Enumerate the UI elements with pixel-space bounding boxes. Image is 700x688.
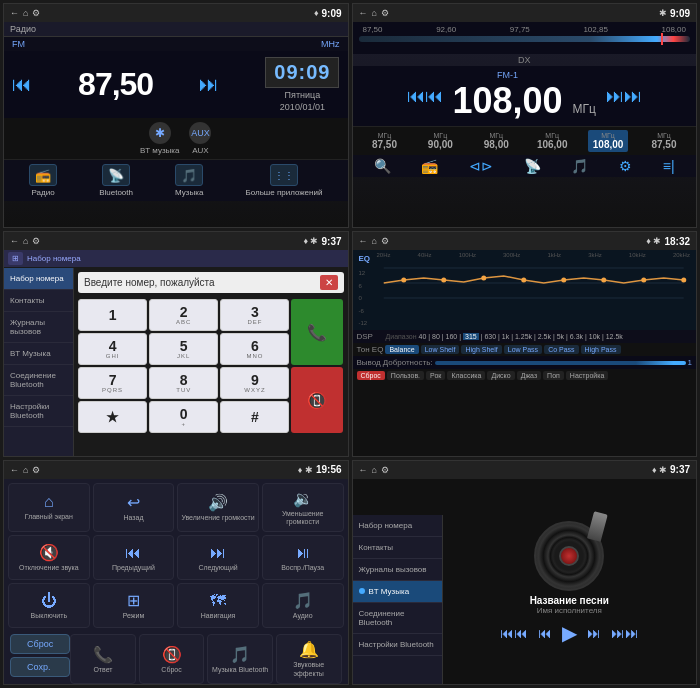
key-7[interactable]: 7 PQRS (78, 367, 147, 399)
fm-ctrl-icon2[interactable]: ⊲⊳ (469, 158, 493, 174)
nav-radio[interactable]: 📻 Радио (29, 164, 57, 197)
preset-user[interactable]: Пользов. (387, 371, 424, 380)
fm-next[interactable]: ⏭⏭ (606, 86, 642, 107)
freq-slider[interactable] (359, 36, 691, 42)
end-call-button[interactable]: 📵 (291, 367, 343, 433)
steering-play-pause[interactable]: ⏯ Воспр./Пауза (262, 535, 344, 580)
home-icon-3[interactable]: ⌂ (23, 236, 28, 246)
preset-3[interactable]: МГц 98,00 (476, 130, 516, 152)
preset-jazz[interactable]: Джаз (517, 371, 541, 380)
back-icon-2[interactable]: ← (359, 8, 368, 18)
home-icon[interactable]: ⌂ (23, 8, 28, 18)
back-icon-5[interactable]: ← (10, 465, 19, 475)
menu-item-bt-settings[interactable]: Настройки Bluetooth (4, 396, 73, 427)
bt-music-item[interactable]: ✱ BT музыка (140, 122, 179, 155)
music-menu-bt-settings[interactable]: Настройки Bluetooth (353, 634, 442, 656)
steering-back[interactable]: ↩ Назад (93, 483, 175, 533)
settings-icon[interactable]: ⚙ (32, 8, 40, 18)
music-prev-prev[interactable]: ⏮⏮ (500, 625, 528, 641)
aux-item[interactable]: AUX AUX (189, 122, 211, 155)
nav-more-apps[interactable]: ⋮⋮ Больше приложений (245, 164, 322, 197)
low-pass-btn[interactable]: Low Pass (504, 345, 542, 354)
settings-icon-6[interactable]: ⚙ (381, 465, 389, 475)
music-menu-bt-connect[interactable]: Соединение Bluetooth (353, 603, 442, 634)
fm-ctrl-icon6[interactable]: ≡| (663, 158, 675, 174)
music-menu-dialer[interactable]: Набор номера (353, 515, 442, 537)
fm-ctrl-icon4[interactable]: 🎵 (571, 158, 588, 174)
music-play[interactable]: ▶ (562, 621, 577, 645)
steering-vol-up[interactable]: 🔊 Увеличение громкости (177, 483, 259, 533)
steering-prev[interactable]: ⏮ Предыдущий (93, 535, 175, 580)
fm-ctrl-icon3[interactable]: 📡 (524, 158, 541, 174)
phone-input-placeholder[interactable]: Введите номер, пожалуйста (84, 277, 320, 288)
key-8[interactable]: 8 TUV (149, 367, 218, 399)
music-next-next[interactable]: ⏭⏭ (611, 625, 639, 641)
preset-disco[interactable]: Диско (487, 371, 514, 380)
back-icon[interactable]: ← (10, 8, 19, 18)
settings-icon-5[interactable]: ⚙ (32, 465, 40, 475)
fm-ctrl-icon5[interactable]: ⚙ (619, 158, 632, 174)
settings-icon-2[interactable]: ⚙ (381, 8, 389, 18)
search-icon[interactable]: 🔍 (374, 158, 391, 174)
back-icon-6[interactable]: ← (359, 465, 368, 475)
steering-sound-fx[interactable]: 🔔 Звуковые эффекты (276, 634, 342, 684)
back-icon-4[interactable]: ← (359, 236, 368, 246)
steering-mute[interactable]: 🔇 Отключение звука (8, 535, 90, 580)
reset-btn[interactable]: Сброс (357, 371, 385, 380)
backspace-button[interactable]: ✕ (320, 275, 338, 290)
key-hash[interactable]: # (220, 401, 289, 433)
settings-icon-4[interactable]: ⚙ (381, 236, 389, 246)
music-menu-contacts[interactable]: Контакты (353, 537, 442, 559)
balance-btn[interactable]: Balance (385, 345, 418, 354)
save-button[interactable]: Сохр. (10, 657, 70, 677)
preset-settings[interactable]: Настройка (566, 371, 608, 380)
preset-5[interactable]: МГц 108,00 (588, 130, 628, 152)
high-shelf-btn[interactable]: High Shelf (461, 345, 501, 354)
call-button[interactable]: 📞 (291, 299, 343, 365)
key-star[interactable]: ★ (78, 401, 147, 433)
high-pass-btn[interactable]: High Pass (581, 345, 621, 354)
menu-item-bt-connect[interactable]: Соединение Bluetooth (4, 365, 73, 396)
steering-bt-music[interactable]: 🎵 Музыка Bluetooth (207, 634, 273, 684)
preset-4[interactable]: МГц 106,00 (532, 130, 572, 152)
home-icon-6[interactable]: ⌂ (372, 465, 377, 475)
music-menu-call-log[interactable]: Журналы вызовов (353, 559, 442, 581)
next-button[interactable]: ⏭ (199, 73, 219, 96)
preset-6[interactable]: МГц 87,50 (644, 130, 684, 152)
fm-prev[interactable]: ⏮⏮ (407, 86, 443, 107)
output-slider[interactable] (435, 361, 686, 365)
key-0[interactable]: 0 + (149, 401, 218, 433)
settings-icon-3[interactable]: ⚙ (32, 236, 40, 246)
menu-item-bt-music[interactable]: BT Музыка (4, 343, 73, 365)
home-icon-2[interactable]: ⌂ (372, 8, 377, 18)
menu-item-call-log[interactable]: Журналы вызовов (4, 312, 73, 343)
steering-next[interactable]: ⏭ Следующий (177, 535, 259, 580)
preset-rock[interactable]: Рок (426, 371, 445, 380)
prev-button[interactable]: ⏮ (12, 73, 32, 96)
music-menu-bt-music[interactable]: BT Музыка (353, 581, 442, 603)
preset-2[interactable]: МГц 90,00 (420, 130, 460, 152)
preset-pop[interactable]: Поп (543, 371, 564, 380)
menu-item-contacts[interactable]: Контакты (4, 290, 73, 312)
music-next[interactable]: ⏭ (587, 625, 601, 641)
key-6[interactable]: 6 MNO (220, 333, 289, 365)
steering-mode[interactable]: ⊞ Режим (93, 583, 175, 628)
steering-end-call[interactable]: 📵 Сброс (139, 634, 205, 684)
low-shelf-btn[interactable]: Low Shelf (421, 345, 460, 354)
key-1[interactable]: 1 (78, 299, 147, 331)
preset-1[interactable]: МГц 87,50 (364, 130, 404, 152)
key-4[interactable]: 4 GHI (78, 333, 147, 365)
preset-classic[interactable]: Классика (447, 371, 485, 380)
reset-button[interactable]: Сброс (10, 634, 70, 654)
menu-item-dialer[interactable]: Набор номера (4, 268, 73, 290)
co-pass-btn[interactable]: Co Pass (544, 345, 578, 354)
steering-nav[interactable]: 🗺 Навигация (177, 583, 259, 628)
back-icon-3[interactable]: ← (10, 236, 19, 246)
steering-audio[interactable]: 🎵 Аудио (262, 583, 344, 628)
steering-vol-down[interactable]: 🔉 Уменьшение громкости (262, 483, 344, 533)
key-9[interactable]: 9 WXYZ (220, 367, 289, 399)
nav-music[interactable]: 🎵 Музыка (175, 164, 203, 197)
steering-answer[interactable]: 📞 Ответ (70, 634, 136, 684)
key-5[interactable]: 5 JKL (149, 333, 218, 365)
key-3[interactable]: 3 DEF (220, 299, 289, 331)
